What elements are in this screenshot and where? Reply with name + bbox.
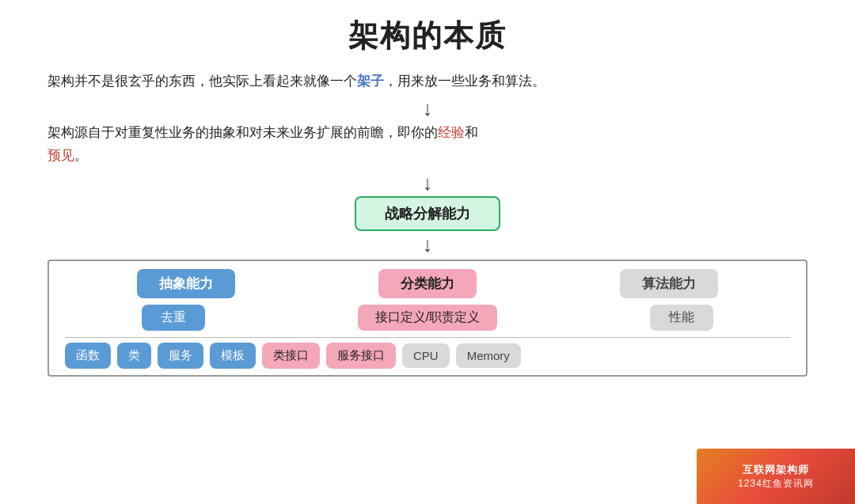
btn-template: 模板 xyxy=(210,343,256,369)
highlight-yujian: 预见 xyxy=(48,148,74,163)
main-container: 架构的本质 架构并不是很玄乎的东西，他实际上看起来就像一个架子，用来放一些业务和… xyxy=(0,0,855,504)
row-sub: 去重 接口定义/职责定义 性能 xyxy=(65,305,790,331)
sub-dedup: 去重 xyxy=(142,305,205,331)
btn-memory: Memory xyxy=(456,343,521,368)
diagram-outer: 抽象能力 分类能力 算法能力 去重 接口定义/职责定义 性能 函数 类 服务 模… xyxy=(48,260,808,377)
row-abilities: 抽象能力 分类能力 算法能力 xyxy=(65,269,790,298)
divider xyxy=(65,337,790,338)
ability-classify: 分类能力 xyxy=(378,269,477,298)
btn-class-interface: 类接口 xyxy=(262,343,320,369)
watermark-line2: 1234红鱼资讯网 xyxy=(738,477,814,491)
arrow3: ↓ xyxy=(48,234,808,255)
ability-abstract: 抽象能力 xyxy=(137,269,235,298)
btn-class: 类 xyxy=(117,343,151,369)
btn-cpu: CPU xyxy=(402,343,450,368)
watermark: 互联网架构师 1234红鱼资讯网 xyxy=(697,449,855,504)
strategy-center: 战略分解能力 xyxy=(48,196,808,231)
paragraph2: 架构源自于对重复性业务的抽象和对未来业务扩展的前瞻，即你的经验和预见。 xyxy=(48,122,808,168)
sub-interface-def: 接口定义/职责定义 xyxy=(358,305,497,331)
btn-func: 函数 xyxy=(65,343,111,369)
arrow2: ↓ xyxy=(48,172,808,193)
watermark-line1: 互联网架构师 xyxy=(743,463,809,477)
arrow1: ↓ xyxy=(48,98,808,119)
highlight-jingyan: 经验 xyxy=(438,125,465,140)
sub-perf: 性能 xyxy=(650,305,713,331)
btn-service: 服务 xyxy=(158,343,203,369)
strategy-box: 战略分解能力 xyxy=(355,196,500,231)
paragraph1: 架构并不是很玄乎的东西，他实际上看起来就像一个架子，用来放一些业务和算法。 xyxy=(48,70,808,93)
btn-service-interface: 服务接口 xyxy=(326,343,396,369)
page-title: 架构的本质 xyxy=(48,16,808,56)
row-bottom: 函数 类 服务 模板 类接口 服务接口 CPU Memory xyxy=(65,343,790,375)
ability-algo: 算法能力 xyxy=(620,269,718,298)
highlight-jiazi: 架子 xyxy=(357,74,384,89)
